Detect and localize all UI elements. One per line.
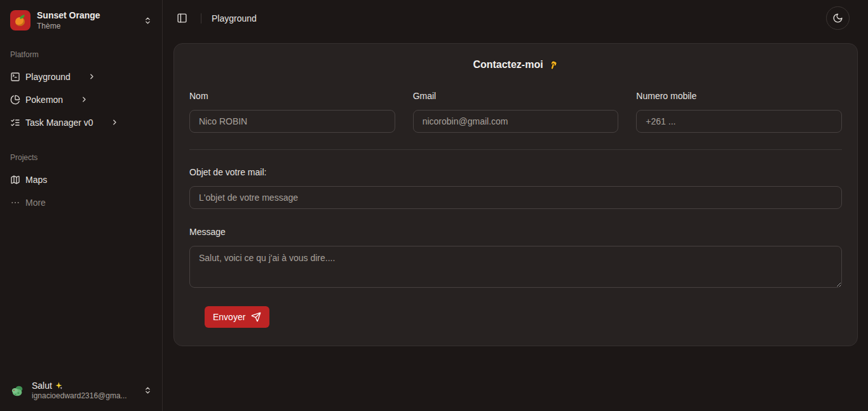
user-menu[interactable]: Salut ignacioedward2316@gma...	[5, 375, 157, 407]
user-email: ignacioedward2316@gma...	[32, 391, 132, 401]
form-fields-row: Nom Gmail Numero mobile	[189, 91, 842, 133]
main-area: Playground Contactez-moi Nom	[163, 0, 868, 411]
gmail-label: Gmail	[413, 91, 619, 101]
list-checks-icon	[10, 118, 20, 128]
sidebar: Sunset Orange Thème Platform Playground …	[0, 0, 163, 411]
group-label-platform: Platform	[5, 45, 157, 64]
square-terminal-icon	[10, 72, 20, 82]
panel-left-icon	[177, 13, 187, 24]
send-button-label: Envoyer	[213, 312, 245, 322]
ellipsis-icon	[10, 198, 20, 208]
mobile-input[interactable]	[636, 110, 842, 133]
theme-toggle-button[interactable]	[826, 6, 850, 30]
sidebar-toggle-button[interactable]	[173, 10, 191, 27]
avatar-bulbasaur	[10, 383, 25, 398]
nom-label: Nom	[189, 91, 395, 101]
contact-form-card: Contactez-moi Nom Gmail Numero m	[173, 43, 858, 346]
sidebar-item-label: Pokemon	[25, 95, 63, 105]
chevron-right-icon	[88, 72, 96, 81]
message-textarea[interactable]	[189, 246, 842, 288]
tangerine-emoji-icon	[15, 15, 26, 26]
user-greeting: Salut	[32, 381, 52, 392]
chevrons-up-down-icon	[144, 386, 152, 394]
sidebar-item-maps[interactable]: Maps	[5, 170, 157, 190]
mobile-label: Numero mobile	[636, 91, 842, 101]
topbar: Playground	[163, 0, 868, 36]
breadcrumb-separator	[201, 13, 201, 24]
map-icon	[10, 175, 20, 185]
sidebar-item-label: Playground	[25, 72, 71, 82]
chevrons-up-down-icon	[144, 17, 152, 25]
theme-subtitle: Thème	[37, 22, 137, 31]
gmail-input[interactable]	[413, 110, 619, 133]
theme-switcher[interactable]: Sunset Orange Thème	[5, 5, 157, 36]
objet-input[interactable]	[189, 186, 842, 209]
form-title: Contactez-moi	[189, 59, 842, 71]
breadcrumb: Playground	[212, 13, 257, 24]
sidebar-item-task-manager[interactable]: Task Manager v0	[5, 112, 157, 133]
pie-chart-icon	[10, 95, 20, 105]
sidebar-item-label: Task Manager v0	[25, 118, 93, 128]
objet-label: Objet de votre mail:	[189, 167, 842, 177]
field-gmail: Gmail	[413, 91, 619, 133]
group-label-projects: Projects	[5, 148, 157, 167]
field-nom: Nom	[189, 91, 395, 133]
sidebar-item-more[interactable]: More	[5, 192, 157, 213]
send-icon	[251, 312, 261, 322]
moon-icon	[832, 13, 843, 24]
theme-logo	[10, 10, 31, 30]
nom-input[interactable]	[189, 110, 395, 133]
form-divider	[189, 149, 842, 150]
send-button[interactable]: Envoyer	[205, 306, 269, 328]
chevron-right-icon	[80, 95, 88, 104]
message-label: Message	[189, 227, 842, 237]
chevron-right-icon	[111, 118, 119, 126]
sidebar-item-label: More	[25, 198, 46, 208]
theme-title: Sunset Orange	[37, 10, 137, 22]
field-mobile: Numero mobile	[636, 91, 842, 133]
sidebar-item-playground[interactable]: Playground	[5, 67, 157, 87]
sidebar-item-pokemon[interactable]: Pokemon	[5, 90, 157, 110]
pointing-down-emoji-icon	[548, 60, 559, 71]
sidebar-item-label: Maps	[25, 175, 47, 185]
sparkles-emoji-icon	[55, 382, 63, 390]
